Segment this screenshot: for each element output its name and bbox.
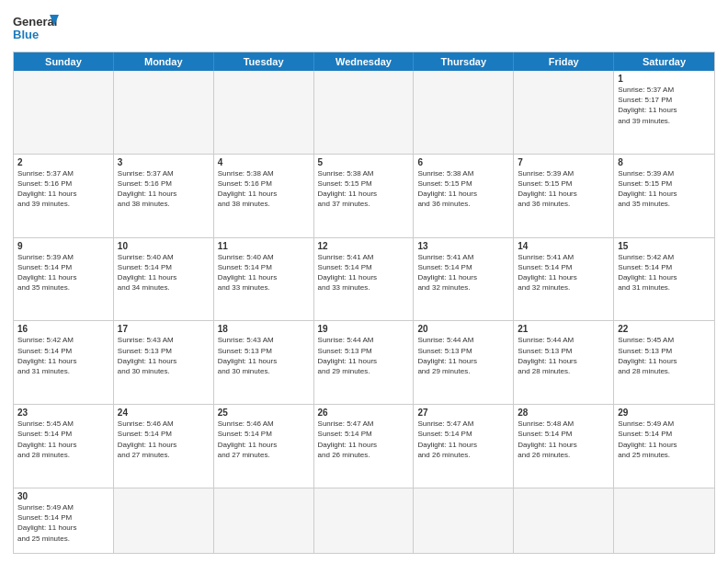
calendar-cell: 29Sunrise: 5:49 AM Sunset: 5:14 PM Dayli… [614, 405, 714, 488]
day-number: 8 [618, 157, 711, 167]
generalblue-logo-icon: GeneralBlue [13, 13, 59, 46]
day-number: 21 [518, 324, 609, 334]
day-number: 29 [618, 408, 711, 418]
calendar-cell [114, 71, 214, 154]
calendar-row: 16Sunrise: 5:42 AM Sunset: 5:14 PM Dayli… [14, 321, 714, 405]
day-number: 7 [518, 157, 609, 167]
day-number: 14 [518, 241, 609, 251]
calendar-row: 1Sunrise: 5:37 AM Sunset: 5:17 PM Daylig… [14, 71, 714, 155]
page: GeneralBlue SundayMondayTuesdayWednesday… [0, 0, 728, 563]
day-info: Sunrise: 5:38 AM Sunset: 5:16 PM Dayligh… [218, 168, 310, 210]
day-info: Sunrise: 5:43 AM Sunset: 5:13 PM Dayligh… [218, 335, 310, 376]
day-number: 10 [118, 241, 210, 251]
calendar-cell [414, 71, 514, 154]
calendar-cell [14, 71, 114, 154]
calendar-cell [314, 71, 415, 154]
calendar-row: 23Sunrise: 5:45 AM Sunset: 5:14 PM Dayli… [14, 405, 714, 488]
calendar-cell: 8Sunrise: 5:39 AM Sunset: 5:15 PM Daylig… [614, 155, 714, 237]
calendar-cell: 19Sunrise: 5:44 AM Sunset: 5:13 PM Dayli… [314, 321, 415, 404]
day-number: 28 [518, 408, 609, 418]
calendar-cell: 11Sunrise: 5:40 AM Sunset: 5:14 PM Dayli… [214, 238, 314, 321]
day-number: 5 [318, 157, 410, 167]
day-info: Sunrise: 5:38 AM Sunset: 5:15 PM Dayligh… [417, 168, 509, 210]
calendar-cell [414, 488, 514, 553]
calendar-cell: 10Sunrise: 5:40 AM Sunset: 5:14 PM Dayli… [114, 238, 214, 321]
day-info: Sunrise: 5:47 AM Sunset: 5:14 PM Dayligh… [318, 419, 410, 460]
calendar-cell: 23Sunrise: 5:45 AM Sunset: 5:14 PM Dayli… [14, 405, 114, 488]
day-number: 19 [318, 324, 410, 334]
weekday-header: Tuesday [214, 52, 314, 71]
calendar-cell: 21Sunrise: 5:44 AM Sunset: 5:13 PM Dayli… [514, 321, 614, 404]
day-info: Sunrise: 5:42 AM Sunset: 5:14 PM Dayligh… [618, 252, 711, 293]
day-number: 9 [17, 241, 109, 251]
day-info: Sunrise: 5:39 AM Sunset: 5:14 PM Dayligh… [17, 252, 109, 293]
calendar-cell [214, 488, 314, 553]
day-info: Sunrise: 5:39 AM Sunset: 5:15 PM Dayligh… [618, 168, 711, 210]
day-info: Sunrise: 5:39 AM Sunset: 5:15 PM Dayligh… [518, 168, 609, 210]
day-info: Sunrise: 5:42 AM Sunset: 5:14 PM Dayligh… [17, 335, 109, 376]
day-info: Sunrise: 5:37 AM Sunset: 5:17 PM Dayligh… [618, 85, 711, 126]
header: GeneralBlue [13, 9, 715, 46]
day-number: 1 [618, 74, 711, 84]
day-number: 12 [318, 241, 410, 251]
day-info: Sunrise: 5:37 AM Sunset: 5:16 PM Dayligh… [17, 168, 109, 210]
calendar-cell: 9Sunrise: 5:39 AM Sunset: 5:14 PM Daylig… [14, 238, 114, 321]
calendar-cell: 27Sunrise: 5:47 AM Sunset: 5:14 PM Dayli… [414, 405, 514, 488]
day-number: 11 [218, 241, 310, 251]
calendar-row: 2Sunrise: 5:37 AM Sunset: 5:16 PM Daylig… [14, 155, 714, 238]
day-number: 23 [17, 408, 109, 418]
svg-text:Blue: Blue [13, 28, 39, 41]
day-info: Sunrise: 5:38 AM Sunset: 5:15 PM Dayligh… [318, 168, 410, 210]
calendar-cell: 6Sunrise: 5:38 AM Sunset: 5:15 PM Daylig… [414, 155, 514, 237]
day-number: 27 [417, 408, 509, 418]
calendar-cell: 7Sunrise: 5:39 AM Sunset: 5:15 PM Daylig… [514, 155, 614, 237]
calendar-cell: 13Sunrise: 5:41 AM Sunset: 5:14 PM Dayli… [414, 238, 514, 321]
calendar-cell: 16Sunrise: 5:42 AM Sunset: 5:14 PM Dayli… [14, 321, 114, 404]
day-number: 16 [17, 324, 109, 334]
day-info: Sunrise: 5:44 AM Sunset: 5:13 PM Dayligh… [518, 335, 609, 376]
calendar-cell: 28Sunrise: 5:48 AM Sunset: 5:14 PM Dayli… [514, 405, 614, 488]
calendar-cell [314, 488, 415, 553]
day-number: 24 [118, 408, 210, 418]
day-number: 22 [618, 324, 711, 334]
calendar-cell: 22Sunrise: 5:45 AM Sunset: 5:13 PM Dayli… [614, 321, 714, 404]
day-number: 13 [417, 241, 509, 251]
calendar-row: 9Sunrise: 5:39 AM Sunset: 5:14 PM Daylig… [14, 238, 714, 322]
calendar-cell: 20Sunrise: 5:44 AM Sunset: 5:13 PM Dayli… [414, 321, 514, 404]
day-number: 18 [218, 324, 310, 334]
day-number: 17 [118, 324, 210, 334]
calendar-cell [514, 488, 614, 553]
day-number: 26 [318, 408, 410, 418]
day-info: Sunrise: 5:41 AM Sunset: 5:14 PM Dayligh… [417, 252, 509, 293]
calendar-body: 1Sunrise: 5:37 AM Sunset: 5:17 PM Daylig… [14, 71, 714, 553]
calendar-cell: 4Sunrise: 5:38 AM Sunset: 5:16 PM Daylig… [214, 155, 314, 237]
weekday-header: Friday [514, 52, 614, 71]
calendar-cell: 2Sunrise: 5:37 AM Sunset: 5:16 PM Daylig… [14, 155, 114, 237]
calendar-header: SundayMondayTuesdayWednesdayThursdayFrid… [14, 52, 714, 71]
calendar-cell: 1Sunrise: 5:37 AM Sunset: 5:17 PM Daylig… [614, 71, 714, 154]
calendar-cell: 5Sunrise: 5:38 AM Sunset: 5:15 PM Daylig… [314, 155, 415, 237]
weekday-header: Thursday [414, 52, 514, 71]
day-info: Sunrise: 5:46 AM Sunset: 5:14 PM Dayligh… [218, 419, 310, 460]
day-number: 30 [17, 491, 109, 501]
calendar-cell: 30Sunrise: 5:49 AM Sunset: 5:14 PM Dayli… [14, 488, 114, 553]
weekday-header: Sunday [14, 52, 114, 71]
day-info: Sunrise: 5:40 AM Sunset: 5:14 PM Dayligh… [218, 252, 310, 293]
calendar-cell: 24Sunrise: 5:46 AM Sunset: 5:14 PM Dayli… [114, 405, 214, 488]
calendar-cell: 14Sunrise: 5:41 AM Sunset: 5:14 PM Dayli… [514, 238, 614, 321]
day-info: Sunrise: 5:43 AM Sunset: 5:13 PM Dayligh… [118, 335, 210, 376]
logo: GeneralBlue [13, 13, 59, 46]
day-info: Sunrise: 5:44 AM Sunset: 5:13 PM Dayligh… [318, 335, 410, 376]
day-info: Sunrise: 5:41 AM Sunset: 5:14 PM Dayligh… [518, 252, 609, 293]
day-info: Sunrise: 5:40 AM Sunset: 5:14 PM Dayligh… [118, 252, 210, 293]
day-info: Sunrise: 5:45 AM Sunset: 5:13 PM Dayligh… [618, 335, 711, 376]
day-info: Sunrise: 5:48 AM Sunset: 5:14 PM Dayligh… [518, 419, 609, 460]
weekday-header: Monday [114, 52, 214, 71]
calendar-cell: 15Sunrise: 5:42 AM Sunset: 5:14 PM Dayli… [614, 238, 714, 321]
calendar-cell: 17Sunrise: 5:43 AM Sunset: 5:13 PM Dayli… [114, 321, 214, 404]
day-number: 2 [17, 157, 109, 167]
day-info: Sunrise: 5:46 AM Sunset: 5:14 PM Dayligh… [118, 419, 210, 460]
day-info: Sunrise: 5:45 AM Sunset: 5:14 PM Dayligh… [17, 419, 109, 460]
day-info: Sunrise: 5:47 AM Sunset: 5:14 PM Dayligh… [417, 419, 509, 460]
calendar-cell [514, 71, 614, 154]
